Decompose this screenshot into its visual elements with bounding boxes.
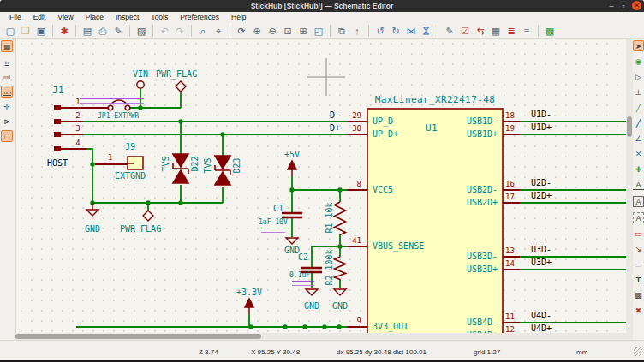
resistor-r1[interactable] <box>335 202 346 235</box>
j9-value[interactable]: EXTGND <box>115 171 146 181</box>
open-folder-icon[interactable]: ❒ <box>19 24 33 38</box>
net-label-d-minus[interactable]: D- <box>318 110 340 120</box>
new-file-icon[interactable]: ▢ <box>3 24 17 38</box>
page-settings-icon[interactable]: ▤ <box>80 24 94 38</box>
no-connect-icon[interactable]: ✕ <box>633 149 644 160</box>
export-netlist-icon[interactable]: ≡ <box>520 24 534 38</box>
minimize-button[interactable]: – <box>606 1 617 11</box>
net-label-u1d-plus[interactable]: U1D+ <box>531 122 552 132</box>
rotate-ccw-icon[interactable]: ↺ <box>373 24 387 38</box>
highlight-net-icon[interactable]: ◉ <box>633 56 644 68</box>
global-label-icon[interactable]: A <box>633 196 644 207</box>
net-label-u1d-minus[interactable]: U1D- <box>531 110 552 119</box>
menu-preferences[interactable]: Preferences <box>174 12 225 23</box>
import-sheet-pin-icon[interactable]: ↘ <box>633 244 644 255</box>
p5v-label[interactable]: +5V <box>277 150 307 159</box>
hv-lines-mode-icon[interactable]: ∟ <box>1 130 13 142</box>
assign-footprints-icon[interactable]: ⇆ <box>474 24 487 38</box>
show-hidden-pins-icon[interactable]: ⊳ <box>1 116 13 128</box>
close-button[interactable]: ✕ <box>632 1 641 10</box>
gnd-label-r2[interactable]: GND <box>325 301 355 311</box>
maximize-button[interactable]: ▫ <box>618 1 629 11</box>
connector-j9[interactable] <box>128 157 143 169</box>
net-label-u2d-plus[interactable]: U2D+ <box>531 191 552 200</box>
u1-value[interactable]: MaxLinear_XR22417-48 <box>367 95 503 105</box>
find-replace-icon[interactable]: ⌖ <box>212 24 225 38</box>
d23-value[interactable]: TVS <box>203 151 212 181</box>
place-text-icon[interactable]: T <box>633 275 644 286</box>
plot-icon[interactable]: ✎ <box>111 24 125 38</box>
schematic-setup-icon[interactable]: ✱ <box>57 24 71 38</box>
mirror-horizontal-icon[interactable]: ⋈ <box>404 24 418 38</box>
pwr-flag-top-label[interactable]: PWR_FLAG <box>156 69 197 79</box>
units-mm-icon[interactable]: mm <box>1 86 13 98</box>
open-pcb-editor-icon[interactable]: ▩ <box>543 24 557 38</box>
c2-reference[interactable]: C2 <box>298 252 308 262</box>
find-icon[interactable]: ⌕ <box>196 24 210 38</box>
place-symbol-icon[interactable]: ▷ <box>633 72 644 83</box>
r1-label[interactable]: R1 10k <box>325 197 334 240</box>
select-tool-icon[interactable]: ➤ <box>633 40 644 51</box>
d22-value[interactable]: TVS <box>161 150 170 179</box>
net-label-u4d-plus[interactable]: U4D+ <box>531 323 552 333</box>
gnd-label-rail[interactable]: GND <box>78 224 107 234</box>
menu-inspect[interactable]: Inspect <box>110 12 145 23</box>
horizontal-scrollbar[interactable] <box>15 333 626 340</box>
net-label-u2d-minus[interactable]: U2D- <box>531 178 552 187</box>
pwr-flag-bottom-label[interactable]: PWR_FLAG <box>120 224 161 234</box>
net-label-d-plus[interactable]: D+ <box>318 123 340 133</box>
p3v3-label[interactable]: +3.3V <box>232 288 266 297</box>
c1-reference[interactable]: C1 <box>273 204 283 213</box>
place-image-icon[interactable]: ▩ <box>633 290 644 301</box>
junction-icon[interactable]: ✚ <box>633 164 644 175</box>
gnd-label-c2[interactable]: GND <box>297 301 326 311</box>
save-icon[interactable]: ▣ <box>34 24 48 38</box>
zoom-out-icon[interactable]: ⊖ <box>265 24 279 38</box>
horizontal-scrollbar-thumb[interactable] <box>15 334 261 339</box>
zoom-selection-icon[interactable]: ◰ <box>312 24 325 38</box>
rotate-cw-icon[interactable]: ↻ <box>389 24 402 38</box>
print-icon[interactable]: ⎙ <box>96 24 110 38</box>
menu-view[interactable]: View <box>51 12 79 23</box>
j9-reference[interactable]: J9 <box>125 142 135 151</box>
tvs-d22[interactable] <box>173 154 188 183</box>
sheet-pin-icon[interactable]: ▭ <box>633 259 644 270</box>
refresh-icon[interactable]: ⟳ <box>235 24 248 38</box>
resize-grip[interactable] <box>634 347 642 356</box>
net-label-icon[interactable]: A <box>633 180 644 190</box>
net-label-u4d-minus[interactable]: U4D- <box>531 311 552 320</box>
j1-reference[interactable]: J1 <box>52 86 64 96</box>
c2-value[interactable]: 0.1uF <box>289 271 310 279</box>
power-vin-symbol[interactable] <box>137 81 144 88</box>
undo-icon[interactable]: ↶ <box>158 24 171 38</box>
place-power-icon[interactable]: ⊥ <box>633 87 644 98</box>
c1-value[interactable]: 1uF 10V <box>259 218 288 226</box>
schematic-canvas[interactable]: J1 1 2 3 4 JP1 EXTPWR VIN PWR_FLAG HOST … <box>15 39 626 333</box>
zoom-objects-icon[interactable]: ⊞ <box>296 24 310 38</box>
zoom-fit-icon[interactable]: ⊡ <box>281 24 295 38</box>
draw-wire-icon[interactable]: ╱ <box>633 103 644 114</box>
units-inches-icon[interactable]: in <box>1 56 13 68</box>
delete-tool-icon[interactable]: ✖ <box>633 306 644 317</box>
d23-reference[interactable]: D23 <box>232 151 242 181</box>
bus-entry-icon[interactable]: ∠ <box>633 134 644 145</box>
d22-reference[interactable]: D22 <box>190 150 200 179</box>
menu-tools[interactable]: Tools <box>145 12 174 23</box>
cursor-shape-icon[interactable]: ✛ <box>1 101 13 113</box>
ic-u1-body[interactable] <box>367 109 503 333</box>
vertical-scrollbar-thumb[interactable] <box>627 116 632 137</box>
tvs-d23[interactable] <box>215 156 230 185</box>
menu-file[interactable]: File <box>3 12 27 23</box>
mirror-vertical-icon[interactable]: ⋈ <box>420 24 433 38</box>
paste-icon[interactable]: ▨ <box>134 24 148 38</box>
net-label-u3d-minus[interactable]: U3D- <box>531 245 552 254</box>
capacitor-plates[interactable] <box>282 213 322 272</box>
annotate-icon[interactable]: ✎ <box>443 24 456 38</box>
hierarchy-navigator-icon[interactable]: ⧉ <box>335 24 349 38</box>
redo-icon[interactable]: ↷ <box>173 24 187 38</box>
resistor-r2[interactable] <box>335 257 346 280</box>
host-net-label[interactable]: HOST <box>47 158 68 168</box>
menu-place[interactable]: Place <box>80 12 110 23</box>
erc-icon[interactable]: ☑ <box>458 24 472 38</box>
vin-label[interactable]: VIN <box>125 69 156 79</box>
